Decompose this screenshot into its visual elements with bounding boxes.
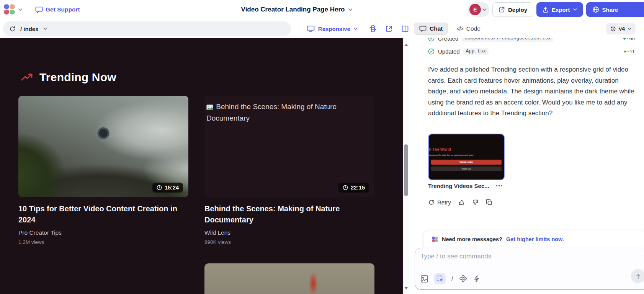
- video-views: 1.2M views: [18, 239, 188, 245]
- scroll-up-arrow-icon[interactable]: [404, 44, 408, 46]
- panel-tabs: Chat </> Code v4: [409, 19, 644, 38]
- artifact-menu-icon[interactable]: [495, 183, 504, 188]
- logo-chevron-down-icon[interactable]: [18, 8, 22, 11]
- retry-button[interactable]: Retry: [428, 199, 451, 206]
- app-logo-icon[interactable]: [4, 4, 15, 15]
- preview-scrollbar[interactable]: [403, 38, 409, 294]
- share-button[interactable]: Share: [586, 2, 644, 17]
- globe-icon: [592, 6, 599, 13]
- send-button[interactable]: [631, 269, 644, 283]
- grid-frame-icon[interactable]: [369, 25, 377, 33]
- deploy-label: Deploy: [508, 7, 527, 13]
- video-card: 15:24 10 Tips for Better Video Content C…: [18, 96, 188, 245]
- version-select[interactable]: v4: [606, 23, 636, 34]
- lightning-icon[interactable]: [473, 275, 481, 283]
- file-change-action: Updated: [438, 48, 460, 55]
- retry-icon: [428, 199, 435, 206]
- code-icon: </>: [456, 26, 463, 32]
- diff-stats: + - 60: [623, 38, 635, 41]
- scrollbar-thumb[interactable]: [404, 144, 408, 196]
- open-in-new-window-icon[interactable]: [385, 25, 393, 33]
- chat-bubble-icon: [35, 6, 43, 13]
- monitor-icon: [307, 25, 315, 32]
- route-chevron-down-icon[interactable]: [43, 28, 47, 30]
- device-mode-select[interactable]: Responsive: [307, 25, 358, 32]
- get-support-link[interactable]: Get Support: [35, 6, 80, 13]
- copy-icon[interactable]: [486, 199, 492, 206]
- clock-icon: [157, 185, 162, 190]
- select-element-tool[interactable]: [434, 273, 446, 284]
- artifact-preview-secondary-button: Watch now: [431, 167, 502, 171]
- broken-image-icon: [206, 105, 213, 110]
- assistant-message: I've added a polished Trending section w…: [428, 64, 638, 119]
- export-label: Export: [552, 7, 570, 13]
- clock-icon: [343, 185, 348, 190]
- diff-plus: +: [623, 38, 626, 41]
- video-card: [204, 263, 374, 294]
- image-alt-text-wrap: Behind the Scenes: Making of Nature Docu…: [206, 101, 340, 124]
- video-title[interactable]: Behind the Scenes: Making of Nature Docu…: [204, 203, 374, 225]
- diff-count: 60: [629, 38, 635, 41]
- url-bar[interactable]: / index: [3, 21, 291, 36]
- file-change-row: Updated App.tsx + - 11: [428, 47, 635, 56]
- export-chevron-down-icon: [573, 8, 577, 11]
- preview-toolbar: / index Responsive: [0, 19, 409, 38]
- diff-stats: + - 11: [624, 49, 635, 54]
- duration-badge: 22:15: [338, 183, 369, 193]
- thumbs-down-icon[interactable]: [472, 199, 479, 206]
- file-change-action: Created: [438, 38, 458, 42]
- avatar: E: [469, 4, 481, 15]
- attach-image-icon[interactable]: [420, 275, 428, 283]
- app-window: Get Support Video Creator Landing Page H…: [0, 0, 644, 294]
- tab-code[interactable]: </> Code: [456, 25, 480, 32]
- page-title: Video Creator Landing Page Hero: [241, 6, 345, 13]
- artifact-label[interactable]: Trending Videos Sec...: [428, 183, 489, 189]
- message-actions: Retry: [428, 199, 635, 206]
- video-thumbnail-food-dish[interactable]: [204, 263, 374, 294]
- diff-count: 11: [630, 49, 635, 54]
- toolbar: / index Responsive Chat </> Cod: [0, 19, 644, 38]
- file-chip[interactable]: components/TrendingSection.tsx: [462, 38, 553, 42]
- message-composer[interactable]: /: [415, 248, 644, 290]
- tab-chat[interactable]: Chat: [414, 23, 448, 35]
- project-title-group[interactable]: Video Creator Landing Page Hero: [214, 0, 379, 19]
- artifact-preview-card[interactable]: th The World videos around the globe. Jo…: [428, 134, 505, 180]
- section-title: Trending Now: [39, 71, 116, 84]
- video-title[interactable]: 10 Tips for Better Video Content Creatio…: [18, 203, 188, 225]
- trending-up-icon: [21, 72, 33, 82]
- diff-plus: +: [624, 49, 627, 54]
- video-channel: Wild Lens: [204, 229, 374, 236]
- account-menu[interactable]: E: [468, 2, 489, 17]
- upsell-text: Need more messages?: [442, 236, 502, 242]
- file-change-row: Created components/TrendingSection.tsx +…: [428, 38, 635, 43]
- upsell-link[interactable]: Get higher limits now.: [506, 236, 564, 242]
- artifact-preview-subtext: videos around the globe. Join our growin…: [428, 154, 474, 156]
- scroll-down-arrow-icon[interactable]: [404, 287, 408, 289]
- slash-command-icon[interactable]: /: [451, 275, 453, 283]
- video-thumbnail-broken-image[interactable]: Behind the Scenes: Making of Nature Docu…: [204, 96, 374, 197]
- file-chip[interactable]: App.tsx: [463, 48, 489, 55]
- check-circle-icon: [428, 38, 435, 42]
- image-alt-text: Behind the Scenes: Making of Nature Docu…: [206, 103, 337, 122]
- split-view-icon[interactable]: [401, 25, 409, 33]
- device-mode-label: Responsive: [318, 26, 350, 32]
- export-button[interactable]: Export: [536, 2, 583, 17]
- refresh-icon[interactable]: [9, 26, 16, 32]
- tab-code-label: Code: [466, 25, 481, 32]
- retry-label: Retry: [437, 199, 451, 206]
- video-thumbnail-room-interior[interactable]: [18, 263, 188, 294]
- main-area: Trending Now 15:24 10 Tips for Better Vi…: [0, 38, 644, 294]
- diff-minus: -: [627, 49, 629, 54]
- video-channel: Pro Creator Tips: [18, 229, 188, 236]
- version-chevron-down-icon: [628, 28, 631, 30]
- duration-text: 22:15: [351, 185, 365, 191]
- components-diamonds-icon[interactable]: [459, 275, 467, 283]
- tab-chat-label: Chat: [430, 25, 443, 32]
- upsell-banner-content: Need more messages? Get higher limits no…: [423, 231, 644, 242]
- select-cursor-icon: [436, 275, 444, 283]
- header-left-group: Get Support: [4, 0, 80, 19]
- deploy-button[interactable]: Deploy: [492, 2, 533, 17]
- video-thumbnail-mountain-photographer[interactable]: 15:24: [18, 96, 188, 197]
- message-input[interactable]: [420, 253, 619, 260]
- thumbs-up-icon[interactable]: [458, 199, 465, 206]
